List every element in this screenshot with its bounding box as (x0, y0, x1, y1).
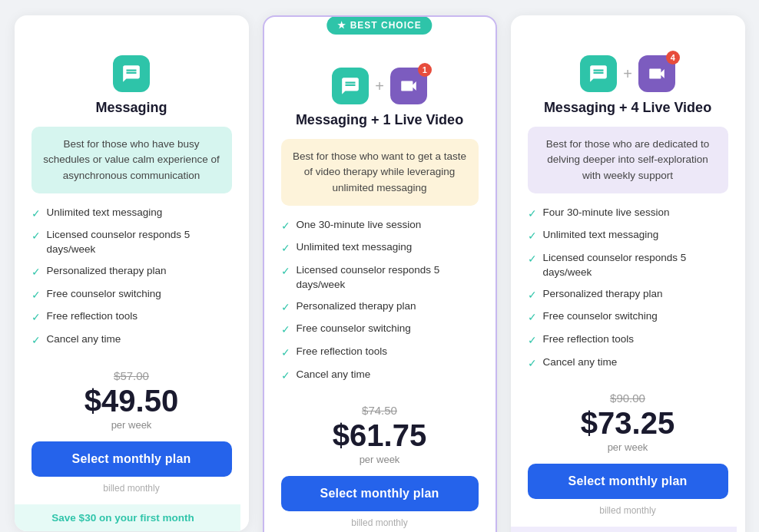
feature-item: ✓Personalized therapy plan (528, 287, 728, 303)
feature-text: One 30-minute live session (297, 218, 422, 233)
features-list: ✓Four 30-minute live session✓Unlimited t… (528, 206, 728, 378)
check-icon: ✓ (31, 207, 41, 222)
messaging-icon-box (332, 68, 369, 104)
feature-text: Free counselor switching (543, 309, 658, 324)
discounted-price: $61.75 (281, 418, 479, 452)
feature-item: ✓Unlimited text messaging (281, 240, 479, 256)
discounted-price: $49.50 (31, 384, 232, 418)
feature-item: ✓Personalized therapy plan (281, 299, 479, 316)
messaging-icon-box (113, 55, 150, 92)
per-week: per week (528, 441, 728, 453)
check-icon: ✓ (281, 264, 290, 279)
icon-wrapper: +1 (332, 68, 427, 104)
feature-text: Personalized therapy plan (47, 264, 167, 279)
video-icon-box: 4 (638, 55, 675, 92)
feature-item: ✓Free counselor switching (281, 322, 479, 338)
card-title: Messaging (95, 100, 167, 116)
icon-wrapper: +4 (580, 55, 675, 92)
per-week: per week (281, 454, 479, 465)
feature-item: ✓Unlimited text messaging (528, 228, 728, 244)
highlight-box: Best for those who want to get a taste o… (281, 139, 479, 206)
feature-item: ✓Free reflection tools (528, 332, 728, 349)
video-icon-box: 1 (390, 68, 427, 104)
check-icon: ✓ (31, 288, 41, 303)
feature-text: Unlimited text messaging (543, 228, 659, 243)
feature-text: Free reflection tools (47, 309, 138, 324)
check-icon: ✓ (31, 333, 41, 349)
feature-text: Free counselor switching (297, 322, 411, 336)
video-badge-num: 4 (666, 51, 680, 64)
original-price: $90.00 (528, 392, 728, 405)
feature-item: ✓Licensed counselor responds 5 days/week (528, 251, 728, 280)
plus-sign: + (623, 65, 632, 83)
feature-text: Unlimited text messaging (47, 206, 163, 220)
per-week: per week (31, 419, 232, 431)
feature-item: ✓Personalized therapy plan (31, 264, 232, 280)
feature-text: Cancel any time (543, 355, 618, 370)
feature-text: Four 30-minute live session (543, 206, 670, 220)
feature-item: ✓Four 30-minute live session (528, 206, 728, 222)
feature-text: Free reflection tools (543, 332, 635, 347)
feature-text: Personalized therapy plan (297, 299, 416, 314)
card-title: Messaging + 1 Live Video (296, 112, 463, 128)
original-price: $74.50 (281, 404, 479, 417)
select-monthly-plan-button[interactable]: Select monthly plan (528, 464, 728, 499)
original-price: $57.00 (31, 369, 232, 382)
check-icon: ✓ (528, 229, 537, 244)
check-icon: ✓ (281, 241, 290, 256)
pricing-container: MessagingBest for those who have busy sc… (8, 15, 751, 532)
check-icon: ✓ (281, 322, 290, 338)
select-monthly-plan-button[interactable]: Select monthly plan (31, 441, 232, 477)
feature-text: Cancel any time (297, 368, 371, 382)
feature-item: ✓Free reflection tools (31, 309, 232, 325)
select-monthly-plan-button[interactable]: Select monthly plan (281, 476, 479, 511)
billed-monthly: billed monthly (351, 517, 407, 528)
feature-item: ✓Cancel any time (528, 355, 728, 372)
check-icon: ✓ (31, 265, 41, 280)
features-list: ✓One 30-minute live session✓Unlimited te… (281, 218, 479, 390)
pricing-card-messaging: MessagingBest for those who have busy sc… (15, 15, 249, 531)
check-icon: ✓ (528, 288, 537, 303)
check-icon: ✓ (281, 345, 290, 361)
features-list: ✓Unlimited text messaging✓Licensed couns… (31, 206, 232, 355)
check-icon: ✓ (528, 252, 537, 267)
feature-item: ✓Free counselor switching (31, 287, 232, 303)
feature-item: ✓Licensed counselor responds 5 days/week (31, 228, 232, 257)
feature-text: Unlimited text messaging (297, 240, 413, 255)
check-icon: ✓ (528, 356, 537, 372)
check-icon: ✓ (281, 300, 290, 316)
pricing-section: $57.00$49.50per week (31, 369, 232, 431)
pricing-card-messaging-1-video: ★ BEST CHOICE+1Messaging + 1 Live VideoB… (263, 15, 497, 532)
messaging-icon-box (580, 55, 617, 92)
check-icon: ✓ (281, 219, 290, 234)
highlight-box: Best for those who have busy schedules o… (31, 127, 232, 193)
feature-item: ✓Free reflection tools (281, 345, 479, 361)
feature-text: Cancel any time (47, 332, 121, 347)
check-icon: ✓ (281, 368, 290, 384)
save-banner: Save $65 on your first month (511, 527, 737, 532)
pricing-card-messaging-4-video: +4Messaging + 4 Live VideoBest for those… (511, 15, 745, 532)
feature-item: ✓Licensed counselor responds 5 days/week (281, 263, 479, 292)
feature-item: ✓Unlimited text messaging (31, 206, 232, 222)
card-title: Messaging + 4 Live Video (544, 100, 711, 116)
pricing-section: $90.00$73.25per week (528, 392, 728, 453)
feature-item: ✓Cancel any time (31, 332, 232, 349)
feature-text: Licensed counselor responds 5 days/week (297, 263, 479, 292)
best-choice-badge: ★ BEST CHOICE (326, 16, 432, 35)
pricing-section: $74.50$61.75per week (281, 404, 479, 465)
feature-item: ✓One 30-minute live session (281, 218, 479, 234)
save-banner: Save $30 on your first month (15, 504, 240, 531)
feature-item: ✓Free counselor switching (528, 309, 728, 325)
check-icon: ✓ (31, 310, 41, 325)
check-icon: ✓ (528, 310, 537, 325)
icon-wrapper (113, 55, 150, 92)
feature-text: Free counselor switching (47, 287, 161, 302)
discounted-price: $73.25 (528, 406, 728, 440)
video-badge-num: 1 (418, 63, 432, 77)
feature-text: Personalized therapy plan (543, 287, 663, 302)
feature-text: Licensed counselor responds 5 days/week (47, 228, 232, 257)
feature-item: ✓Cancel any time (281, 368, 479, 384)
check-icon: ✓ (31, 229, 41, 244)
check-icon: ✓ (528, 207, 537, 222)
highlight-box: Best for those who are dedicated to delv… (528, 127, 728, 193)
